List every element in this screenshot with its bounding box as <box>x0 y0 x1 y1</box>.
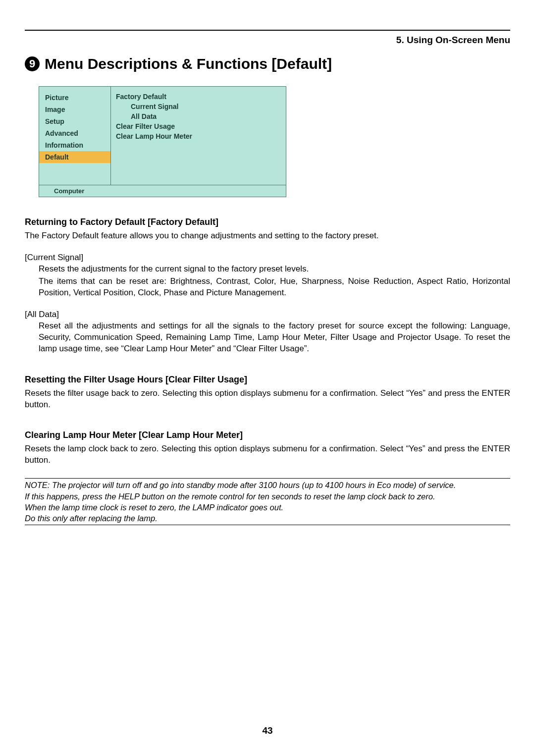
panel-clear-filter: Clear Filter Usage <box>111 121 286 131</box>
current-signal-line2: The items that can be reset are: Brightn… <box>39 276 510 299</box>
menu-panel: Factory Default Current Signal All Data … <box>111 87 286 185</box>
menu-footer-label: Computer <box>39 187 84 195</box>
page-number: 43 <box>0 725 535 736</box>
note-line3: When the lamp time clock is reset to zer… <box>25 502 510 513</box>
panel-current-signal: Current Signal <box>111 102 286 111</box>
sec1-intro: The Factory Default feature allows you t… <box>25 230 510 242</box>
menu-item-image: Image <box>39 104 110 115</box>
note-block: NOTE: The projector will turn off and go… <box>25 478 510 525</box>
all-data-label: [All Data] <box>25 310 510 320</box>
sec3-body: Resets the lamp clock back to zero. Sele… <box>25 443 510 466</box>
menu-item-advanced: Advanced <box>39 127 110 139</box>
section-title: 9 Menu Descriptions & Functions [Default… <box>25 55 510 72</box>
section-number-icon: 9 <box>25 56 40 71</box>
subhead-factory-default: Returning to Factory Default [Factory De… <box>25 217 510 227</box>
sec2-body: Resets the filter usage back to zero. Se… <box>25 388 510 411</box>
subhead-clear-filter: Resetting the Filter Usage Hours [Clear … <box>25 375 510 385</box>
note-line2: If this happens, press the HELP button o… <box>25 491 510 502</box>
menu-item-setup: Setup <box>39 115 110 127</box>
note-line4: Do this only after replacing the lamp. <box>25 513 510 524</box>
panel-clear-lamp: Clear Lamp Hour Meter <box>111 131 286 141</box>
menu-sidebar: Picture Image Setup Advanced Information… <box>39 87 111 185</box>
panel-all-data: All Data <box>111 111 286 121</box>
subhead-clear-lamp: Clearing Lamp Hour Meter [Clear Lamp Hou… <box>25 430 510 440</box>
note-line1: NOTE: The projector will turn off and go… <box>25 480 510 490</box>
current-signal-label: [Current Signal] <box>25 253 510 263</box>
section-title-text: Menu Descriptions & Functions [Default] <box>45 55 332 72</box>
menu-item-picture: Picture <box>39 92 110 104</box>
chapter-header: 5. Using On-Screen Menu <box>25 35 510 46</box>
all-data-body: Reset all the adjustments and settings f… <box>39 321 510 355</box>
current-signal-line1: Resets the adjustments for the current s… <box>39 264 510 275</box>
panel-factory-default: Factory Default <box>111 92 286 102</box>
menu-item-default: Default <box>39 151 110 163</box>
menu-screenshot: Picture Image Setup Advanced Information… <box>39 86 286 197</box>
menu-item-information: Information <box>39 139 110 151</box>
